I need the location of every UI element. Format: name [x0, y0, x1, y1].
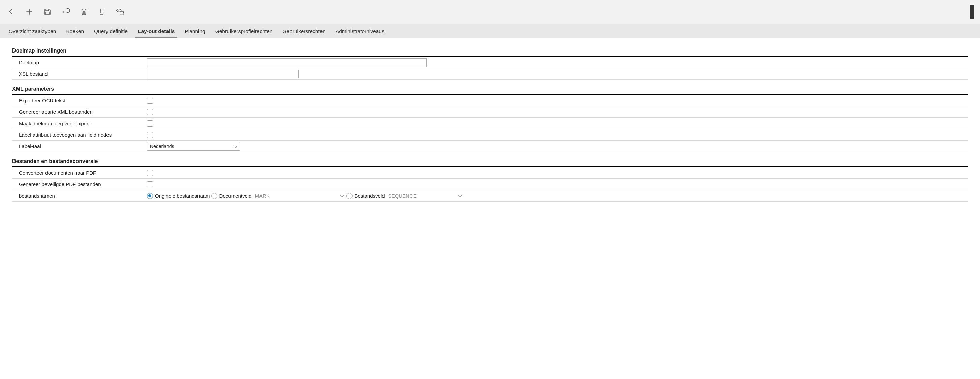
checkbox-label-attr[interactable]	[147, 132, 153, 138]
label-xsl: XSL bestand	[12, 71, 147, 77]
section-title-xml: XML parameters	[12, 84, 968, 95]
save-icon[interactable]	[43, 7, 52, 17]
tab-query-definitie[interactable]: Query definitie	[93, 24, 129, 38]
label-generate-separate: Genereer aparte XML bestanden	[12, 109, 147, 115]
toolbar	[0, 0, 980, 24]
radio-label-docfield: Documentveld	[218, 193, 252, 198]
label-label-lang: Label-taal	[12, 143, 147, 149]
dropdown-document-field[interactable]: MARK	[253, 192, 346, 200]
radio-document-field[interactable]	[211, 193, 217, 199]
tab-overzicht-zaaktypen[interactable]: Overzicht zaaktypen	[8, 24, 57, 38]
tab-administratorniveaus[interactable]: Administratorniveaus	[335, 24, 385, 38]
select-label-lang[interactable]: Nederlands	[147, 142, 240, 151]
form-content: Doelmap instellingen Doelmap XSL bestand…	[0, 38, 980, 208]
row-generate-separate: Genereer aparte XML bestanden	[12, 106, 968, 118]
row-export-ocr: Exporteer OCR tekst	[12, 95, 968, 106]
delete-icon[interactable]	[79, 7, 89, 17]
input-xsl[interactable]	[147, 70, 299, 78]
label-clear-target: Maak doelmap leeg voor export	[12, 121, 147, 126]
row-filenames: bestandsnamen Originele bestandsnaam Doc…	[12, 190, 968, 201]
row-xsl: XSL bestand	[12, 68, 968, 80]
row-convert-pdf: Converteer documenten naar PDF	[12, 167, 968, 179]
undo-icon[interactable]	[60, 7, 71, 17]
back-icon[interactable]	[6, 7, 16, 17]
row-label-attr: Label attribuut toevoegen aan field node…	[12, 129, 968, 141]
tab-gebruikersprofielrechten[interactable]: Gebruikersprofielrechten	[215, 24, 273, 38]
checkbox-generate-separate[interactable]	[147, 109, 153, 115]
label-secure-pdf: Genereer beveiligde PDF bestanden	[12, 181, 147, 187]
row-secure-pdf: Genereer beveiligde PDF bestanden	[12, 179, 968, 190]
checkbox-secure-pdf[interactable]	[147, 181, 153, 187]
section-title-doelmap: Doelmap instellingen	[12, 46, 968, 57]
input-doelmap[interactable]	[147, 58, 426, 67]
row-clear-target: Maak doelmap leeg voor export	[12, 118, 968, 129]
checkbox-convert-pdf[interactable]	[147, 170, 153, 176]
checkbox-clear-target[interactable]	[147, 121, 153, 127]
toolbar-right-handle[interactable]	[970, 5, 974, 19]
label-convert-pdf: Converteer documenten naar PDF	[12, 170, 147, 176]
tab-layout-details[interactable]: Lay-out details	[137, 24, 175, 38]
radio-file-field[interactable]	[347, 193, 353, 199]
radio-label-original: Originele bestandsnaam	[154, 193, 211, 198]
tab-planning[interactable]: Planning	[184, 24, 205, 38]
tab-gebruikersrechten[interactable]: Gebruikersrechten	[282, 24, 326, 38]
label-doelmap: Doelmap	[12, 60, 147, 65]
dropdown-file-field[interactable]: SEQUENCE	[386, 192, 464, 200]
tab-bar: Overzicht zaaktypen Boeken Query definit…	[0, 24, 980, 38]
section-title-files: Bestanden en bestandsconversie	[12, 156, 968, 167]
row-doelmap: Doelmap	[12, 57, 968, 68]
label-export-ocr: Exporteer OCR tekst	[12, 98, 147, 103]
row-label-lang: Label-taal Nederlands	[12, 141, 968, 152]
add-icon[interactable]	[24, 7, 34, 17]
radio-original-filename[interactable]	[147, 193, 153, 199]
label-label-attr: Label attribuut toevoegen aan field node…	[12, 132, 147, 138]
radio-label-filefield: Bestandsveld	[353, 193, 385, 198]
copy-icon[interactable]	[97, 7, 107, 17]
checkbox-export-ocr[interactable]	[147, 98, 153, 104]
preview-icon[interactable]	[115, 7, 126, 17]
tab-boeken[interactable]: Boeken	[65, 24, 84, 38]
label-filenames: bestandsnamen	[12, 193, 147, 198]
